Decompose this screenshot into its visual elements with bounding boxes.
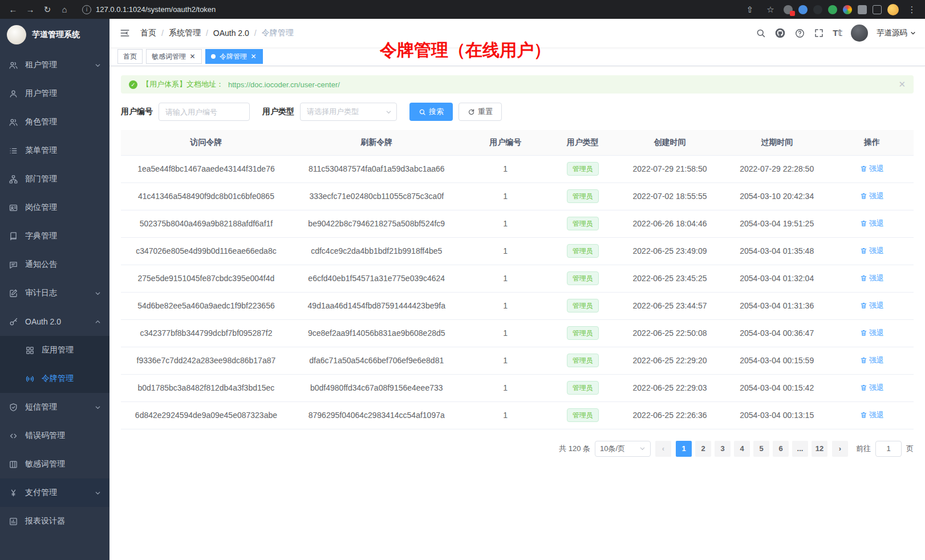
next-page-button[interactable]: › [832, 441, 848, 457]
force-logout-button[interactable]: 强退 [860, 383, 884, 393]
force-logout-button[interactable]: 强退 [860, 410, 884, 420]
page-button-6[interactable]: 6 [773, 441, 789, 457]
share-icon[interactable]: ⇧ [743, 2, 757, 17]
breadcrumb-item[interactable]: 系统管理 [169, 28, 201, 38]
report-icon [9, 517, 18, 526]
user-menu[interactable]: 芋道源码 [877, 28, 916, 38]
breadcrumb-item[interactable]: 首页 [140, 28, 156, 38]
force-logout-button[interactable]: 强退 [860, 164, 884, 174]
table-row: 54d6be82ee5a460a9aedc1f9bf22365649d1aa46… [121, 292, 914, 319]
font-size-icon[interactable]: T𝕥 [833, 28, 842, 38]
sidebar-item-user[interactable]: 用户管理 [0, 79, 109, 108]
search-icon[interactable] [756, 28, 766, 38]
user-type-badge: 管理员 [567, 408, 599, 422]
prev-page-button[interactable]: ‹ [655, 441, 671, 457]
sidebar-item-menu[interactable]: 菜单管理 [0, 136, 109, 165]
sidebar-item-oauth2-app[interactable]: 应用管理 [0, 336, 109, 364]
page-button-3[interactable]: 3 [715, 441, 731, 457]
bookmark-star-icon[interactable]: ☆ [763, 2, 778, 17]
sidebar-item-oauth2[interactable]: OAuth 2.0 [0, 307, 109, 336]
info-icon[interactable]: i [82, 5, 91, 14]
browser-menu-icon[interactable]: ⋮ [904, 2, 919, 17]
app-logo[interactable]: 芋道管理系统 [0, 19, 109, 51]
reload-icon[interactable]: ↻ [40, 2, 55, 17]
page-button-4[interactable]: 4 [734, 441, 750, 457]
column-header: 访问令牌 [121, 130, 291, 155]
extension-green-icon[interactable] [828, 5, 837, 14]
back-icon[interactable]: ← [6, 2, 21, 17]
sidebar-item-notice[interactable]: 通知公告 [0, 250, 109, 279]
sidebar-item-report[interactable]: 报表设计器 [0, 507, 109, 535]
profile-avatar[interactable] [887, 4, 899, 15]
breadcrumb-item[interactable]: OAuth 2.0 [213, 29, 249, 38]
tag-tabs-bar: 首页敏感词管理✕令牌管理✕ [109, 47, 925, 66]
sidebar-item-oauth2-token[interactable]: 令牌管理 [0, 364, 109, 393]
help-icon[interactable] [794, 28, 805, 39]
sidebar-item-dept[interactable]: 部门管理 [0, 165, 109, 193]
extension-dark-icon[interactable] [813, 5, 822, 14]
extension-color-icon[interactable] [843, 5, 852, 14]
search-button[interactable]: 搜索 [409, 103, 453, 121]
tab-sensitive-word[interactable]: 敏感词管理✕ [146, 49, 202, 64]
alert-close-icon[interactable]: ✕ [898, 79, 906, 90]
side-panel-icon[interactable] [873, 5, 882, 14]
force-logout-button[interactable]: 强退 [860, 355, 884, 366]
sidebar-item-role[interactable]: 角色管理 [0, 108, 109, 136]
user-type-badge: 管理员 [567, 244, 599, 258]
fullscreen-icon[interactable] [814, 28, 824, 38]
force-logout-button[interactable]: 强退 [860, 246, 884, 256]
sidebar-menu: 租户管理用户管理角色管理菜单管理部门管理岗位管理字典管理通知公告审计日志OAut… [0, 51, 109, 535]
reset-button[interactable]: 重置 [459, 103, 502, 121]
tab-token[interactable]: 令牌管理✕ [205, 49, 263, 64]
extension-blue-icon[interactable] [798, 5, 808, 14]
page-size-select[interactable]: 10条/页 [595, 441, 651, 457]
user-type-badge: 管理员 [567, 162, 599, 176]
user-type-select[interactable]: 请选择用户类型 [300, 103, 397, 121]
tab-home[interactable]: 首页 [117, 49, 143, 64]
sidebar-item-tenant[interactable]: 租户管理 [0, 51, 109, 79]
collapse-sidebar-icon[interactable] [119, 27, 131, 39]
force-logout-button[interactable]: 强退 [860, 273, 884, 283]
goto-page-input[interactable] [875, 441, 902, 457]
forward-icon[interactable]: → [23, 2, 38, 17]
sidebar-item-label: 通知公告 [25, 259, 57, 270]
user-type-badge: 管理员 [567, 189, 599, 203]
home-icon[interactable]: ⌂ [57, 2, 72, 17]
puzzle-icon[interactable] [858, 5, 867, 14]
page-button-5[interactable]: 5 [753, 441, 769, 457]
pager-ellipsis-button[interactable]: ... [792, 441, 808, 457]
created-time-cell: 2022-06-25 23:49:09 [616, 237, 724, 265]
sidebar-item-sensitive-word[interactable]: 敏感词管理 [0, 450, 109, 478]
extension-badged-icon[interactable] [784, 5, 793, 14]
sidebar-item-audit-log[interactable]: 审计日志 [0, 279, 109, 307]
created-time-cell: 2022-06-25 22:29:20 [616, 347, 724, 374]
user-id-input[interactable] [159, 103, 250, 121]
tab-close-icon[interactable]: ✕ [250, 53, 257, 60]
user-id-cell: 1 [462, 210, 549, 237]
alert-doc-link[interactable]: https://doc.iocoder.cn/user-center/ [228, 80, 340, 89]
address-bar[interactable]: i 127.0.0.1:1024/system/oauth2/token [74, 5, 740, 14]
github-icon[interactable] [774, 27, 786, 39]
chevron-down-icon [95, 62, 101, 68]
url-text[interactable]: 127.0.0.1:1024/system/oauth2/token [96, 5, 216, 14]
force-logout-button[interactable]: 强退 [860, 301, 884, 311]
sidebar-item-error-code[interactable]: 错误码管理 [0, 421, 109, 450]
page-button-2[interactable]: 2 [695, 441, 711, 457]
active-tab-dot [211, 54, 216, 59]
user-avatar[interactable] [851, 25, 868, 42]
force-logout-button[interactable]: 强退 [860, 191, 884, 201]
chevron-down-icon [95, 490, 101, 496]
force-logout-button[interactable]: 强退 [860, 218, 884, 229]
tab-close-icon[interactable]: ✕ [189, 53, 196, 60]
page-button-12[interactable]: 12 [812, 441, 827, 457]
force-logout-button[interactable]: 强退 [860, 328, 884, 338]
created-time-cell: 2022-06-25 22:50:08 [616, 319, 724, 347]
sidebar-item-dict[interactable]: 字典管理 [0, 222, 109, 250]
chevron-down-icon [95, 404, 101, 411]
sidebar-item-post[interactable]: 岗位管理 [0, 193, 109, 222]
sidebar-item-sms[interactable]: 短信管理 [0, 393, 109, 421]
expire-time-cell: 2054-03-04 00:13:15 [723, 401, 830, 429]
table-header-row: 访问令牌刷新令牌用户编号用户类型创建时间过期时间操作 [121, 130, 914, 155]
sidebar-item-pay[interactable]: 支付管理 [0, 478, 109, 507]
page-button-1[interactable]: 1 [676, 441, 692, 457]
